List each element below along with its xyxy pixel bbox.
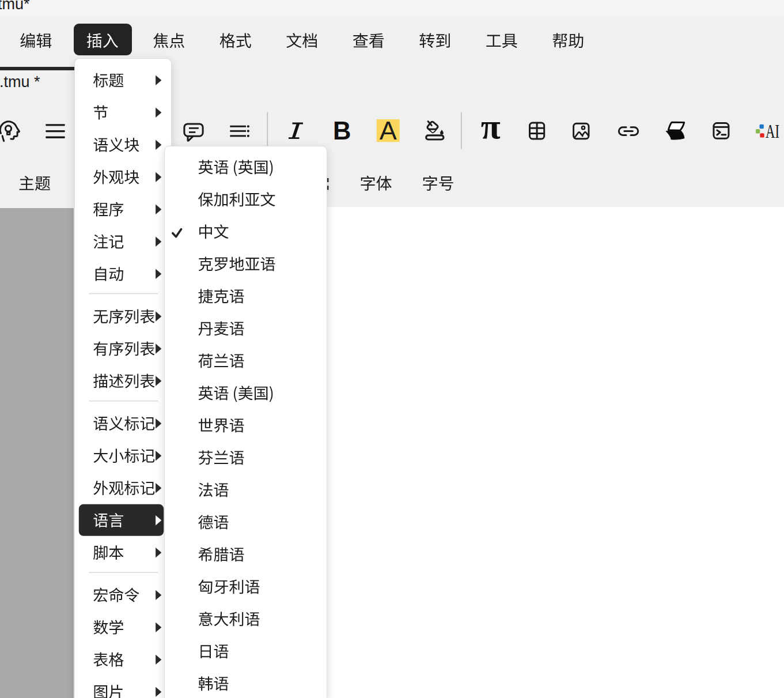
svg-text:AI: AI — [766, 121, 779, 142]
svg-text:B: B — [333, 117, 351, 145]
svg-text:A: A — [380, 116, 397, 145]
svg-text:π: π — [481, 107, 501, 146]
